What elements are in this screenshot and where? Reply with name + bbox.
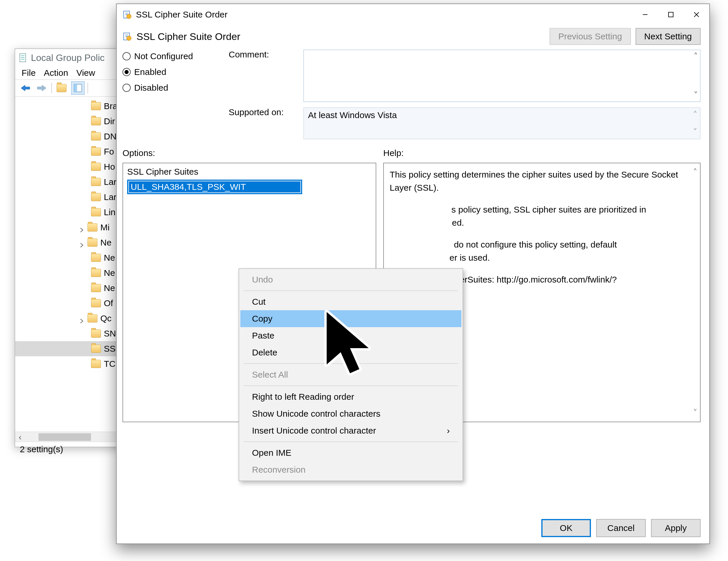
supported-on-value: At least Windows Vista — [308, 110, 397, 120]
radio-icon — [123, 68, 131, 76]
tree-item-label[interactable]: SN — [104, 328, 116, 338]
cancel-button[interactable]: Cancel — [596, 519, 646, 537]
supported-label: Supported on: — [229, 107, 299, 139]
radio-not-configured[interactable]: Not Configured — [123, 51, 222, 61]
chevron-right-icon[interactable] — [79, 240, 85, 245]
radio-icon — [123, 52, 131, 60]
tree-item-label[interactable]: Ne — [104, 283, 115, 293]
ctx-copy[interactable]: Copy — [240, 310, 461, 327]
maximize-button[interactable] — [658, 6, 684, 23]
menu-action[interactable]: Action — [44, 68, 68, 78]
forward-button[interactable] — [35, 81, 48, 95]
next-setting-button[interactable]: Next Setting — [636, 28, 701, 45]
tree-item-label[interactable]: Mi — [100, 223, 110, 233]
svg-rect-9 — [125, 14, 128, 15]
folder-icon — [91, 148, 101, 156]
tree-item-label[interactable]: Lin — [104, 207, 115, 217]
minimize-button[interactable] — [632, 6, 658, 23]
tree-item-label[interactable]: SS — [104, 344, 115, 354]
ok-button[interactable]: OK — [541, 519, 591, 537]
ssl-cipher-suites-value: ULL_SHA384,TLS_PSK_WIT — [129, 181, 300, 193]
scrollbar-thumb[interactable] — [39, 433, 91, 441]
folder-icon — [91, 360, 101, 368]
folder-icon — [91, 193, 101, 201]
svg-rect-2 — [21, 57, 25, 58]
folder-icon — [91, 163, 101, 171]
ctx-show-unicode[interactable]: Show Unicode control characters — [240, 405, 461, 422]
svg-rect-17 — [125, 36, 128, 37]
dialog-titlebar[interactable]: SSL Cipher Suite Order — [117, 4, 709, 25]
up-folder-button[interactable] — [55, 81, 68, 95]
chevron-down-icon[interactable]: ˅ — [693, 406, 698, 419]
folder-icon — [91, 284, 101, 292]
ctx-reconversion: Reconversion — [240, 461, 461, 478]
tree-item-label[interactable]: DN — [104, 132, 116, 142]
folder-icon — [87, 239, 97, 247]
tree-item-label[interactable]: Bra — [104, 101, 118, 111]
dialog-subtitle: SSL Cipher Suite Order — [137, 31, 240, 42]
tree-item-label[interactable]: Lar — [104, 192, 116, 202]
folder-icon — [91, 254, 101, 262]
menu-file[interactable]: File — [22, 68, 36, 78]
folder-icon — [91, 345, 101, 353]
policy-icon — [123, 32, 132, 41]
close-button[interactable] — [684, 6, 709, 23]
folder-icon — [91, 208, 101, 216]
folder-icon — [91, 299, 101, 307]
policy-icon — [123, 10, 132, 19]
context-menu: Undo Cut Copy Paste Delete Select All Ri… — [239, 268, 463, 481]
tree-item-label[interactable]: Ne — [104, 253, 115, 263]
tree-item-label[interactable]: Ne — [104, 268, 115, 278]
separator — [244, 290, 458, 291]
separator — [244, 363, 458, 364]
tree-item-label[interactable]: Fo — [104, 147, 114, 157]
gpedit-icon — [19, 53, 28, 62]
separator — [244, 385, 458, 386]
ctx-paste[interactable]: Paste — [240, 327, 461, 344]
options-label: Options: — [123, 148, 376, 158]
tree-item-label[interactable]: Of — [104, 298, 113, 308]
radio-enabled[interactable]: Enabled — [123, 67, 222, 77]
chevron-left-icon[interactable]: ‹ — [15, 432, 25, 442]
folder-icon — [91, 329, 101, 338]
svg-rect-3 — [21, 59, 25, 60]
ssl-cipher-suites-input[interactable]: ULL_SHA384,TLS_PSK_WIT — [127, 180, 302, 194]
comment-field[interactable]: ˄ ˅ — [303, 50, 701, 102]
chevron-right-icon[interactable] — [79, 316, 85, 321]
supported-on-field: At least Windows Vista ˄ ˅ — [303, 107, 701, 139]
separator — [244, 441, 458, 442]
menu-view[interactable]: View — [76, 68, 95, 78]
chevron-right-icon[interactable] — [79, 225, 85, 230]
tree-item-label[interactable]: Lar — [104, 177, 116, 187]
gpedit-title: Local Group Polic — [31, 53, 105, 63]
chevron-up-icon[interactable]: ˄ — [693, 166, 698, 179]
folder-icon — [57, 84, 67, 92]
chevron-down-icon[interactable]: ˅ — [694, 90, 699, 100]
ctx-delete[interactable]: Delete — [240, 344, 461, 361]
tree-item-label[interactable]: Qc — [100, 313, 111, 323]
radio-icon — [123, 84, 131, 92]
tree-item-label[interactable]: Ho — [104, 162, 115, 172]
ctx-rtl[interactable]: Right to left Reading order — [240, 388, 461, 405]
chevron-right-icon: › — [447, 426, 450, 436]
ctx-open-ime[interactable]: Open IME — [240, 444, 461, 461]
tree-item-label[interactable]: Dir — [104, 116, 115, 126]
chevron-up-icon[interactable]: ˄ — [694, 51, 699, 62]
show-hide-tree-button[interactable] — [71, 81, 85, 95]
ctx-cut[interactable]: Cut — [240, 293, 461, 310]
tree-item-label[interactable]: Ne — [100, 238, 111, 248]
chevron-up-icon: ˄ — [693, 110, 698, 120]
previous-setting-button: Previous Setting — [549, 28, 631, 45]
radio-disabled[interactable]: Disabled — [123, 83, 222, 93]
comment-label: Comment: — [229, 50, 299, 102]
tree-item-label[interactable]: TC — [104, 359, 115, 369]
folder-icon — [91, 102, 101, 110]
apply-button[interactable]: Apply — [651, 519, 701, 537]
status-text: 2 setting(s) — [20, 444, 63, 454]
folder-icon — [91, 178, 101, 186]
ctx-insert-unicode[interactable]: Insert Unicode control character› — [240, 422, 461, 439]
back-button[interactable] — [19, 81, 32, 95]
folder-icon — [91, 269, 101, 277]
folder-icon — [87, 223, 97, 232]
folder-icon — [91, 117, 101, 125]
